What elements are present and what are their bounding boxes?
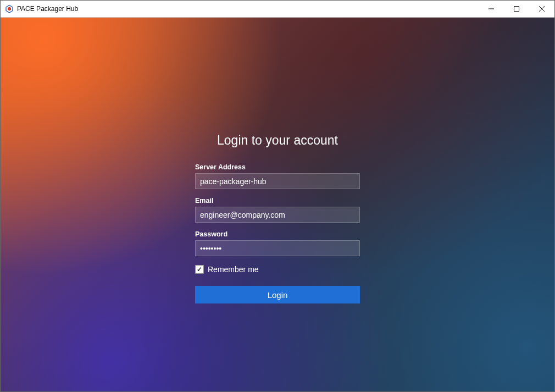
maximize-button[interactable] (504, 1, 529, 17)
remember-me-row[interactable]: Remember me (195, 265, 360, 274)
title-bar: PACE Packager Hub (1, 1, 554, 18)
remember-me-label: Remember me (208, 265, 259, 274)
login-panel: Login to your account Server Address Ema… (195, 133, 360, 303)
app-window: PACE Packager Hub Login to your account … (0, 0, 555, 392)
remember-me-checkbox[interactable] (195, 265, 204, 274)
close-button[interactable] (529, 1, 554, 17)
server-address-label: Server Address (195, 163, 360, 171)
minimize-button[interactable] (479, 1, 504, 17)
login-heading: Login to your account (195, 133, 360, 148)
password-input[interactable] (195, 240, 360, 256)
svg-rect-3 (514, 7, 519, 12)
window-title: PACE Packager Hub (17, 5, 78, 13)
app-icon (5, 4, 14, 13)
email-label: Email (195, 197, 360, 205)
server-address-input[interactable] (195, 173, 360, 189)
client-area: Login to your account Server Address Ema… (1, 18, 554, 391)
email-input[interactable] (195, 207, 360, 223)
svg-marker-1 (8, 7, 11, 11)
password-label: Password (195, 230, 360, 238)
login-button[interactable]: Login (195, 286, 360, 303)
